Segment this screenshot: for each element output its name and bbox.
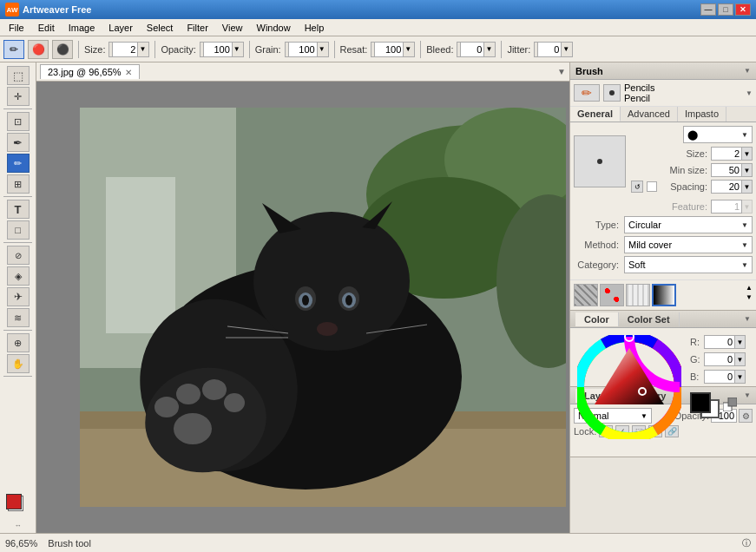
canvas-image[interactable]	[80, 108, 566, 507]
brush-tab-advanced[interactable]: Advanced	[621, 107, 678, 122]
size-input[interactable]: 2	[112, 42, 138, 57]
brush-icon[interactable]: ✏	[574, 84, 600, 102]
tool-move[interactable]: ✛	[7, 87, 30, 106]
close-button[interactable]: ✕	[735, 3, 751, 16]
r-arrow[interactable]: ▼	[735, 335, 746, 349]
jitter-arrow[interactable]: ▼	[562, 45, 569, 53]
tool-hand[interactable]: ✋	[7, 354, 30, 373]
opacity-input-group[interactable]: ▼	[200, 42, 244, 57]
canvas-tab-item[interactable]: 23.jpg @ 96,65% ✕	[40, 64, 140, 79]
canvas-tab-close[interactable]: ✕	[125, 68, 132, 77]
feature-input[interactable]	[711, 200, 742, 214]
menu-image[interactable]: Image	[62, 21, 102, 35]
tool-pen[interactable]: ✒	[7, 133, 30, 152]
opacity-input[interactable]	[203, 42, 233, 57]
tool-text[interactable]: T	[7, 200, 30, 219]
menu-help[interactable]: Help	[298, 21, 332, 35]
menu-filter[interactable]: Filter	[180, 21, 214, 35]
tool-smudge[interactable]: ≋	[7, 308, 30, 327]
tex-arrow-down[interactable]: ▼	[746, 293, 753, 301]
brush-panel-arrow[interactable]: ▼	[744, 67, 751, 75]
size-setting-arrow[interactable]: ▼	[742, 147, 753, 161]
color-tab-color[interactable]: Color	[575, 312, 619, 326]
brush-shape-dropdown[interactable]: ⬤ ▼	[683, 126, 753, 143]
menu-layer[interactable]: Layer	[102, 21, 140, 35]
fg-swatch[interactable]	[690, 392, 711, 413]
g-input-group[interactable]: ▼	[704, 352, 746, 366]
spacing-arrow[interactable]: ▼	[742, 180, 753, 194]
brush-option-btn[interactable]: ⚫	[52, 40, 73, 59]
category-dropdown[interactable]: Soft ▼	[624, 256, 753, 273]
tex-item-1[interactable]	[574, 284, 598, 306]
tool-fill[interactable]: ◈	[7, 266, 30, 286]
resat-input-group[interactable]: ▼	[371, 42, 415, 57]
brush-selector-arrow[interactable]: ▼	[746, 89, 753, 97]
opacity-arrow[interactable]: ▼	[233, 45, 240, 53]
tex-item-4[interactable]	[652, 284, 676, 306]
jitter-input-group[interactable]: ▼	[534, 42, 573, 57]
spacing-check[interactable]	[647, 181, 657, 192]
menu-edit[interactable]: Edit	[31, 21, 62, 35]
tex-item-3[interactable]	[626, 284, 650, 306]
brush-tab-general[interactable]: General	[570, 107, 621, 122]
grain-input[interactable]	[288, 42, 318, 57]
brush-select-btn[interactable]: 🔴	[28, 40, 49, 59]
grain-input-group[interactable]: ▼	[285, 42, 329, 57]
canvas-content[interactable]	[36, 82, 569, 533]
reset-color-btn[interactable]	[723, 398, 737, 413]
fg-color-swatch[interactable]	[6, 494, 22, 509]
tool-eyedropper[interactable]: ✈	[7, 287, 30, 306]
brush-tool-icon[interactable]: ✏	[3, 40, 24, 59]
swap-color-icon[interactable]: ↔	[15, 522, 22, 529]
b-input-group[interactable]: ▼	[704, 370, 746, 384]
method-dropdown[interactable]: Mild cover ▼	[624, 236, 753, 253]
g-input[interactable]	[704, 352, 735, 366]
tex-arrow-up[interactable]: ▲	[746, 284, 753, 292]
tool-eraser[interactable]: ⊘	[7, 246, 30, 265]
minimize-button[interactable]: —	[700, 3, 716, 16]
canvas-panel-btn[interactable]: ▼	[557, 67, 566, 76]
b-input[interactable]	[704, 370, 735, 384]
maximize-button[interactable]: □	[718, 3, 733, 16]
grain-arrow[interactable]: ▼	[319, 45, 325, 53]
bleed-input[interactable]	[460, 42, 484, 57]
tool-crop[interactable]: ⊡	[7, 112, 30, 131]
size-setting-input-field[interactable]	[711, 147, 742, 161]
menu-window[interactable]: Window	[250, 21, 298, 35]
size-setting-input[interactable]: ▼	[711, 147, 753, 161]
b-arrow[interactable]: ▼	[735, 370, 746, 384]
menu-select[interactable]: Select	[140, 21, 181, 35]
resat-input[interactable]	[374, 42, 404, 57]
spacing-input[interactable]: ▼	[711, 180, 753, 194]
status-info-icon[interactable]: ⓘ	[742, 537, 751, 549]
tool-shape[interactable]: □	[7, 220, 30, 240]
tool-sep-4	[3, 330, 32, 331]
color-wheel-container[interactable]	[577, 335, 681, 439]
type-dropdown[interactable]: Circular ▼	[624, 216, 753, 233]
resat-arrow[interactable]: ▼	[404, 45, 411, 53]
g-arrow[interactable]: ▼	[735, 352, 746, 366]
bleed-input-group[interactable]: ▼	[457, 42, 496, 57]
r-input[interactable]	[704, 335, 735, 349]
color-panel-arrow[interactable]: ▼	[744, 315, 751, 323]
size-input-group[interactable]: 2 ▼	[108, 42, 149, 57]
min-size-arrow[interactable]: ▼	[742, 163, 753, 177]
feature-arrow[interactable]: ▼	[742, 200, 753, 214]
tool-brush[interactable]: ✏	[7, 154, 30, 173]
size-arrow[interactable]: ▼	[139, 45, 146, 53]
tool-stamp[interactable]: ⊞	[7, 174, 30, 194]
min-size-input-field[interactable]	[711, 163, 742, 177]
color-tab-set[interactable]: Color Set	[619, 312, 680, 326]
tex-item-2[interactable]	[600, 284, 624, 306]
r-input-group[interactable]: ▼	[704, 335, 746, 349]
menu-view[interactable]: View	[215, 21, 250, 35]
bleed-arrow[interactable]: ▼	[485, 45, 492, 53]
spacing-input-field[interactable]	[711, 180, 742, 194]
spacing-refresh-icon[interactable]: ↺	[631, 181, 643, 193]
min-size-input[interactable]: ▼	[711, 163, 753, 177]
tool-zoom[interactable]: ⊕	[7, 333, 30, 352]
brush-tab-impasto[interactable]: Impasto	[678, 107, 726, 122]
jitter-input[interactable]	[537, 42, 562, 57]
tool-selection[interactable]: ⬚	[7, 66, 30, 85]
menu-file[interactable]: File	[2, 21, 31, 35]
